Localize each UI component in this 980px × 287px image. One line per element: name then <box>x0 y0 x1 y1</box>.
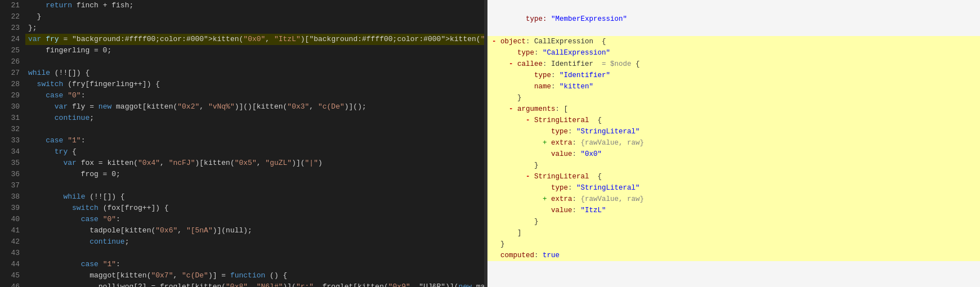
line-number: 23 <box>0 23 25 34</box>
ast-node: + extra: {rawValue, raw} <box>487 137 980 149</box>
line-content: polliwog[2] = froglet[kitten("0x8", "N6]… <box>25 281 484 287</box>
code-line: 42 continue; <box>0 236 484 248</box>
line-number: 46 <box>0 281 25 287</box>
ast-node: computed: true <box>487 250 980 261</box>
line-content: var fry = "background:#ffff00;color:#000… <box>25 34 484 45</box>
line-content: return finch + fish; <box>25 0 484 11</box>
line-number: 29 <box>0 90 25 101</box>
line-content <box>25 248 484 259</box>
code-line: 25 fingerling = 0; <box>0 45 484 56</box>
code-line: 37 <box>0 180 484 191</box>
line-number: 39 <box>0 203 25 214</box>
line-content <box>25 124 484 135</box>
ast-node: type: "CallExpression" <box>487 47 980 59</box>
code-line: 32 <box>0 124 484 135</box>
ast-node: type: "StringLiteral" <box>487 126 980 137</box>
code-line: 44 case "1": <box>0 259 484 270</box>
ast-node: } <box>487 92 980 104</box>
code-line: 29 case "0": <box>0 90 484 101</box>
ast-node: type: "Identifier" <box>487 70 980 81</box>
line-content <box>25 56 484 68</box>
line-number: 38 <box>0 191 25 203</box>
line-content: switch (fry[fingerling++]) { <box>25 79 484 90</box>
line-number: 32 <box>0 124 25 135</box>
line-content: case "1": <box>25 259 484 270</box>
line-number: 45 <box>0 270 25 281</box>
ast-panel[interactable]: type: "MemberExpression" - object: CallE… <box>487 0 980 287</box>
code-editor: 21 return finch + fish;22 }23};24var fry… <box>0 0 484 287</box>
code-line: 33 case "1": <box>0 135 484 146</box>
line-number: 22 <box>0 11 25 23</box>
code-line: 34 try { <box>0 146 484 158</box>
code-line: 41 tadpole[kitten("0x6", "[5nA")](null); <box>0 225 484 236</box>
line-content: continue; <box>25 113 484 124</box>
line-content: frog = 0; <box>25 169 484 180</box>
code-lines: 21 return finch + fish;22 }23};24var fry… <box>0 0 484 287</box>
code-line: 24var fry = "background:#ffff00;color:#0… <box>0 34 484 45</box>
line-number: 35 <box>0 158 25 169</box>
ast-node: ] <box>487 227 980 239</box>
line-content: switch (fox[frog++]) { <box>25 203 484 214</box>
code-line: 30 var fly = new maggot[kitten("0x2", "v… <box>0 101 484 113</box>
line-content: while (!![]) { <box>25 191 484 203</box>
code-line: 46 polliwog[2] = froglet[kitten("0x8", "… <box>0 281 484 287</box>
code-line: 43 <box>0 248 484 259</box>
line-number: 33 <box>0 135 25 146</box>
code-line: 36 frog = 0; <box>0 169 484 180</box>
line-content: fingerling = 0; <box>25 45 484 56</box>
line-number: 31 <box>0 113 25 124</box>
ast-node: + extra: {rawValue, raw} <box>487 194 980 205</box>
line-number: 36 <box>0 169 25 180</box>
line-number: 30 <box>0 101 25 113</box>
line-content: while (!![]) { <box>25 68 484 79</box>
line-number: 34 <box>0 146 25 158</box>
line-content: try { <box>25 146 484 158</box>
line-content: continue; <box>25 236 484 248</box>
ast-node: - StringLiteral { <box>487 115 980 126</box>
code-line: 28 switch (fry[fingerling++]) { <box>0 79 484 90</box>
code-line: 40 case "0": <box>0 214 484 225</box>
line-content: var fox = kitten("0x4", "ncFJ")[kitten("… <box>25 158 484 169</box>
line-number: 42 <box>0 236 25 248</box>
ast-node: type: "StringLiteral" <box>487 182 980 194</box>
code-line: 39 switch (fox[frog++]) { <box>0 203 484 214</box>
line-number: 37 <box>0 180 25 191</box>
ast-nodes: - object: CallExpression { type: "CallEx… <box>487 36 980 261</box>
line-content <box>25 180 484 191</box>
line-content: }; <box>25 23 484 34</box>
line-number: 43 <box>0 248 25 259</box>
line-content: case "0": <box>25 90 484 101</box>
ast-node: - object: CallExpression { <box>487 36 980 47</box>
ast-node: } <box>487 160 980 171</box>
ast-node: name: "kitten" <box>487 81 980 92</box>
line-number: 28 <box>0 79 25 90</box>
line-number: 27 <box>0 68 25 79</box>
code-line: 38 while (!![]) { <box>0 191 484 203</box>
line-number: 44 <box>0 259 25 270</box>
ast-header-type: type: "MemberExpression" <box>487 2 980 36</box>
code-line: 35 var fox = kitten("0x4", "ncFJ")[kitte… <box>0 158 484 169</box>
line-content: tadpole[kitten("0x6", "[5nA")](null); <box>25 225 484 236</box>
code-line: 26 <box>0 56 484 68</box>
line-number: 25 <box>0 45 25 56</box>
ast-node: value: "ItzL" <box>487 205 980 216</box>
line-number: 24 <box>0 34 25 45</box>
code-line: 22 } <box>0 11 484 23</box>
ast-node: value: "0x0" <box>487 149 980 160</box>
ast-node: - callee: Identifier = $node { <box>487 59 980 70</box>
line-content: var fly = new maggot[kitten("0x2", "vNq%… <box>25 101 484 113</box>
code-line: 27while (!![]) { <box>0 68 484 79</box>
line-content: } <box>25 11 484 23</box>
line-number: 41 <box>0 225 25 236</box>
line-content: case "0": <box>25 214 484 225</box>
code-line: 45 maggot[kitten("0x7", "c(De")] = funct… <box>0 270 484 281</box>
code-line: 31 continue; <box>0 113 484 124</box>
line-content: maggot[kitten("0x7", "c(De")] = function… <box>25 270 484 281</box>
line-number: 21 <box>0 0 25 11</box>
line-content: case "1": <box>25 135 484 146</box>
ast-node: - StringLiteral { <box>487 171 980 182</box>
line-number: 40 <box>0 214 25 225</box>
code-line: 21 return finch + fish; <box>0 0 484 11</box>
code-line: 23}; <box>0 23 484 34</box>
ast-node: } <box>487 216 980 227</box>
